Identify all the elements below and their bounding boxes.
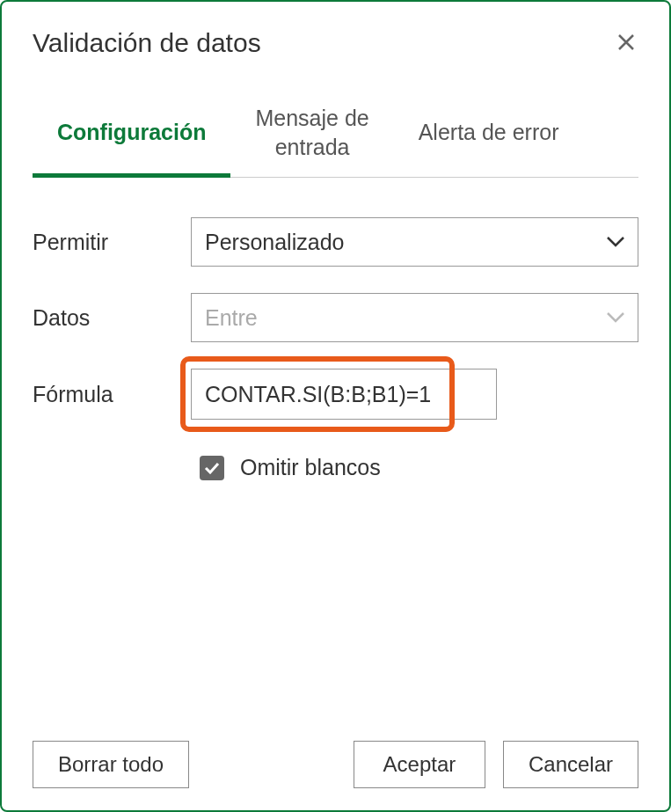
data-select: Entre — [191, 293, 638, 342]
dialog-title: Validación de datos — [33, 28, 261, 58]
cancel-button[interactable]: Cancelar — [503, 741, 638, 788]
allow-select-value: Personalizado — [205, 230, 344, 255]
button-label: Aceptar — [383, 752, 456, 776]
tab-label-line1: Mensaje de — [255, 106, 368, 130]
allow-select-wrap: Personalizado — [191, 217, 638, 267]
data-row: Datos Entre — [33, 293, 638, 342]
close-button[interactable] — [614, 29, 638, 57]
tab-configuration[interactable]: Configuración — [33, 102, 230, 177]
tab-input-message[interactable]: Mensaje de entrada — [230, 102, 393, 177]
ok-button[interactable]: Aceptar — [354, 741, 485, 788]
button-label: Borrar todo — [58, 752, 164, 776]
ignore-blank-checkbox[interactable] — [200, 456, 224, 480]
form-body: Permitir Personalizado Datos Entre — [33, 217, 638, 741]
clear-all-button[interactable]: Borrar todo — [33, 741, 189, 788]
close-icon — [617, 29, 635, 56]
formula-label: Fórmula — [33, 382, 191, 407]
data-validation-dialog: Validación de datos Configuración Mensaj… — [0, 0, 671, 812]
formula-row: Fórmula — [33, 369, 638, 420]
checkmark-icon — [204, 462, 220, 474]
ignore-blank-row: Omitir blancos — [200, 455, 638, 480]
ignore-blank-label: Omitir blancos — [240, 455, 381, 480]
tab-error-alert[interactable]: Alerta de error — [394, 102, 584, 177]
tab-label: Alerta de error — [419, 120, 559, 144]
allow-row: Permitir Personalizado — [33, 217, 638, 267]
footer-right-group: Aceptar Cancelar — [354, 741, 638, 788]
allow-label: Permitir — [33, 230, 191, 255]
tabs-bar: Configuración Mensaje de entrada Alerta … — [33, 102, 638, 178]
button-label: Cancelar — [529, 752, 613, 776]
data-label: Datos — [33, 305, 191, 331]
data-select-value: Entre — [205, 305, 258, 331]
dialog-header: Validación de datos — [33, 28, 638, 58]
tab-label: Configuración — [57, 120, 206, 144]
data-select-wrap: Entre — [191, 293, 638, 342]
formula-input[interactable] — [191, 369, 497, 420]
allow-select[interactable]: Personalizado — [191, 217, 638, 267]
dialog-footer: Borrar todo Aceptar Cancelar — [33, 741, 638, 788]
tab-label-line2: entrada — [275, 135, 350, 159]
